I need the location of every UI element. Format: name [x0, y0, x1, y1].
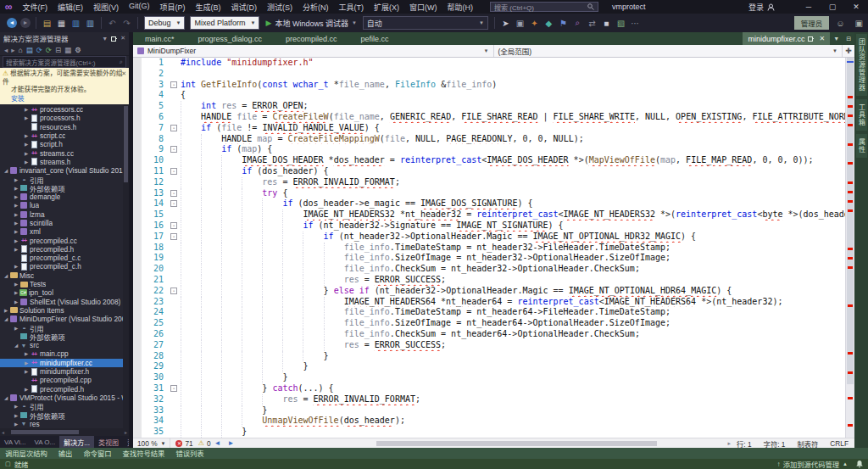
- bottom-panel-tab[interactable]: 输出: [58, 448, 73, 460]
- menu-item[interactable]: 工具(T): [334, 2, 370, 13]
- navigate-forward-icon[interactable]: ▸: [11, 46, 14, 54]
- minimize-button[interactable]: ─: [797, 0, 821, 14]
- tree-item[interactable]: ◢MiniDumpFixer (Visual Studio 2008): [0, 315, 129, 323]
- tree-item[interactable]: ▶lzma: [0, 210, 129, 219]
- tree-item[interactable]: ▶streams.h: [0, 158, 129, 166]
- document-tab[interactable]: precompiled.cc: [274, 32, 349, 45]
- warning-count[interactable]: 0: [207, 439, 211, 448]
- autohide-tab[interactable]: 工具箱: [856, 99, 867, 131]
- expander-icon[interactable]: ▶: [13, 177, 19, 182]
- attach-icon[interactable]: ✦: [528, 17, 541, 30]
- tree-item[interactable]: ◢VMProtect (Visual Studio 2015 - Wir: [0, 394, 129, 402]
- tree-item[interactable]: ▶▼res: [0, 420, 129, 428]
- start-debugging-button[interactable]: ▶本地 Windows 调试器▼: [265, 18, 356, 29]
- tree-item[interactable]: ▶processors.h: [0, 114, 129, 122]
- tree-item[interactable]: ▶demangle: [0, 193, 129, 201]
- add-to-source-control-button[interactable]: 添加到源代码管理: [783, 459, 839, 469]
- tree-item[interactable]: ▶precompiled_c.h: [0, 262, 129, 271]
- menu-item[interactable]: 项目(P): [155, 2, 191, 13]
- menu-item[interactable]: 文件(F): [18, 2, 53, 13]
- tree-item[interactable]: ▶scintilla: [0, 219, 129, 227]
- tree-item[interactable]: ▶minidumpfixer.h: [0, 367, 129, 376]
- background-tasks-icon[interactable]: ▢: [5, 461, 11, 467]
- expander-icon[interactable]: ▶: [23, 360, 30, 366]
- show-all-files-icon[interactable]: ▦: [64, 46, 71, 54]
- profiler-icon[interactable]: ◆: [542, 17, 555, 30]
- tree-item[interactable]: ▶++minidumpfixer.cc: [0, 359, 129, 367]
- expander-icon[interactable]: ▶: [23, 369, 30, 374]
- expander-icon[interactable]: ▶: [13, 413, 19, 418]
- collapse-region-icon[interactable]: -: [170, 190, 177, 197]
- expander-icon[interactable]: ◢: [3, 316, 9, 321]
- new-file-icon[interactable]: ▤: [41, 17, 53, 30]
- bottom-panel-tab[interactable]: 错误列表: [175, 448, 203, 460]
- code-editor[interactable]: 1#include "minidumpfixer.h"23-int GetFil…: [133, 58, 854, 438]
- tree-item[interactable]: ▶++script.cc: [0, 131, 129, 140]
- expander-icon[interactable]: ▶: [23, 142, 30, 147]
- expander-icon[interactable]: ▶: [23, 159, 30, 165]
- tree-item[interactable]: ▶▪▪引用: [0, 175, 129, 183]
- expander-icon[interactable]: ▶: [13, 229, 19, 234]
- expander-icon[interactable]: ▶: [13, 247, 19, 252]
- editor-vertical-scrollbar[interactable]: [845, 58, 854, 438]
- tree-item[interactable]: ▶外部依赖项: [0, 410, 129, 419]
- bottom-panel-tab[interactable]: 调用层次结构: [5, 448, 47, 460]
- collapse-region-icon[interactable]: -: [170, 233, 177, 240]
- menu-item[interactable]: 窗口(W): [404, 2, 442, 13]
- tree-item[interactable]: ▶++processors.cc: [0, 105, 129, 114]
- expander-icon[interactable]: ▶: [13, 282, 19, 287]
- tree-item[interactable]: ◢▼src: [0, 341, 129, 349]
- document-tab[interactable]: pefile.cc: [349, 32, 401, 45]
- find-icon[interactable]: ⌕: [571, 17, 584, 30]
- comment-icon[interactable]: ▧: [615, 17, 627, 30]
- image-watch-icon[interactable]: ▣: [514, 17, 526, 30]
- bottom-panel-tab[interactable]: 命令窗口: [83, 448, 111, 460]
- scope-dropdown[interactable]: (全局范围) ▼: [494, 45, 843, 57]
- undo-icon[interactable]: ↶: [106, 17, 119, 30]
- tree-item[interactable]: ▶外部依赖项: [0, 184, 129, 193]
- expander-icon[interactable]: ▶: [13, 264, 19, 269]
- collapse-region-icon[interactable]: -: [170, 288, 177, 294]
- menu-item[interactable]: Git(G): [124, 2, 155, 13]
- quick-search-input[interactable]: 搜索 (Ctrl+Q): [490, 2, 598, 12]
- bottom-panel-tab[interactable]: 查找符号结果: [123, 448, 165, 460]
- notifications-bell-icon[interactable]: [856, 461, 863, 468]
- tree-item[interactable]: precompiled_c.c: [0, 254, 129, 262]
- tree-horizontal-scrollbar[interactable]: ◂▸: [0, 428, 129, 436]
- open-file-icon[interactable]: ▦: [55, 17, 68, 30]
- tree-item[interactable]: ◢invariant_core (Visual Studio 201: [0, 166, 129, 175]
- active-document-tab[interactable]: minidumpfixer.cc ✕: [743, 32, 830, 45]
- menu-item[interactable]: 生成(B): [191, 2, 226, 13]
- expander-icon[interactable]: ◢: [13, 343, 19, 348]
- tree-item[interactable]: ▶lua: [0, 201, 129, 209]
- navigate-backward-icon[interactable]: ◄: [214, 439, 221, 447]
- tree-item[interactable]: ▶Solution Items: [0, 306, 129, 315]
- expander-icon[interactable]: ▶: [13, 422, 19, 427]
- tree-item[interactable]: ◢Misc: [0, 271, 129, 280]
- tree-item[interactable]: ▶▪▪引用: [0, 323, 129, 332]
- expander-icon[interactable]: ▶: [13, 290, 19, 295]
- properties-icon[interactable]: ⚙: [75, 46, 81, 54]
- expander-icon[interactable]: ▶: [23, 115, 30, 120]
- close-button[interactable]: ✕: [844, 0, 868, 14]
- switch-views-icon[interactable]: ▤: [26, 46, 33, 54]
- auto-dropdown[interactable]: 自动▼: [363, 16, 488, 30]
- autohide-tab[interactable]: 团队资源管理器: [856, 34, 867, 96]
- expander-icon[interactable]: ▶: [23, 151, 30, 156]
- expander-icon[interactable]: ▶: [23, 351, 30, 356]
- collapse-region-icon[interactable]: -: [170, 168, 177, 175]
- tree-item[interactable]: ▶++streams.cc: [0, 148, 129, 157]
- tree-item[interactable]: ▶xml: [0, 227, 129, 236]
- navigate-forward-icon[interactable]: ►: [227, 439, 234, 447]
- expander-icon[interactable]: ◢: [3, 168, 9, 173]
- step-icon[interactable]: ⇄: [586, 17, 598, 30]
- left-dock-tab[interactable]: 解决方...: [59, 436, 94, 448]
- editor-horizontal-scrollbar[interactable]: [241, 438, 724, 448]
- expander-icon[interactable]: ▶: [13, 299, 19, 304]
- menu-item[interactable]: 测试(S): [262, 2, 298, 13]
- menu-item[interactable]: 编辑(E): [53, 2, 88, 13]
- left-dock-tab[interactable]: VA Vi...: [0, 436, 31, 448]
- expander-icon[interactable]: ▶: [23, 387, 30, 392]
- solution-explorer-search-input[interactable]: 搜索解决方案资源管理器(Ctrl+;) ⌕: [3, 56, 126, 68]
- more-icon[interactable]: ⋯: [629, 17, 642, 30]
